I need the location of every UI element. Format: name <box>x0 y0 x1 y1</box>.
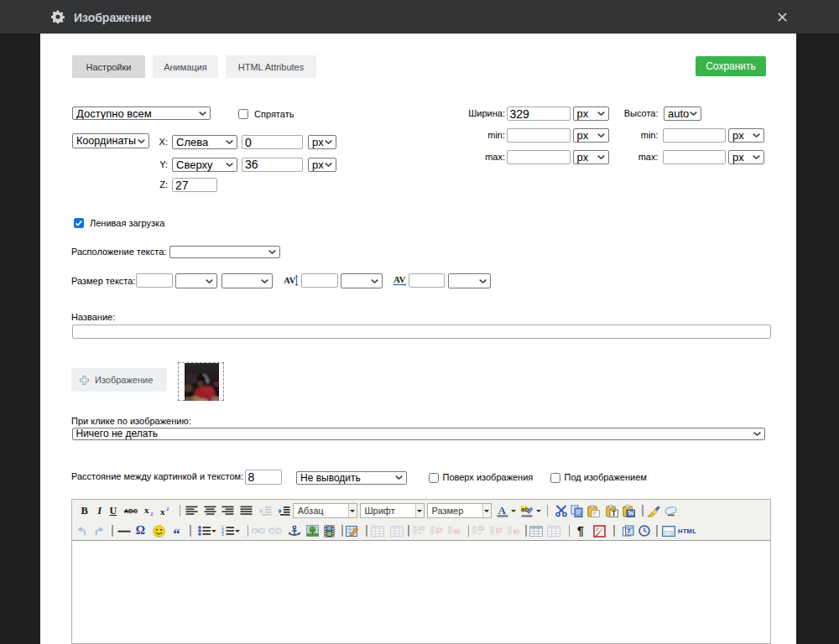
svg-text:7: 7 <box>627 527 630 533</box>
svg-text:x: x <box>160 506 165 517</box>
svg-text:W: W <box>628 510 635 517</box>
svg-text:AV: AV <box>393 274 406 284</box>
svg-text:A: A <box>498 505 506 517</box>
svg-text:T: T <box>612 510 616 517</box>
svg-text:x: x <box>144 506 149 515</box>
svg-text:2: 2 <box>150 511 154 517</box>
svg-text:2: 2 <box>166 506 169 512</box>
svg-text:AV: AV <box>284 275 296 285</box>
svg-text:3: 3 <box>221 532 224 537</box>
